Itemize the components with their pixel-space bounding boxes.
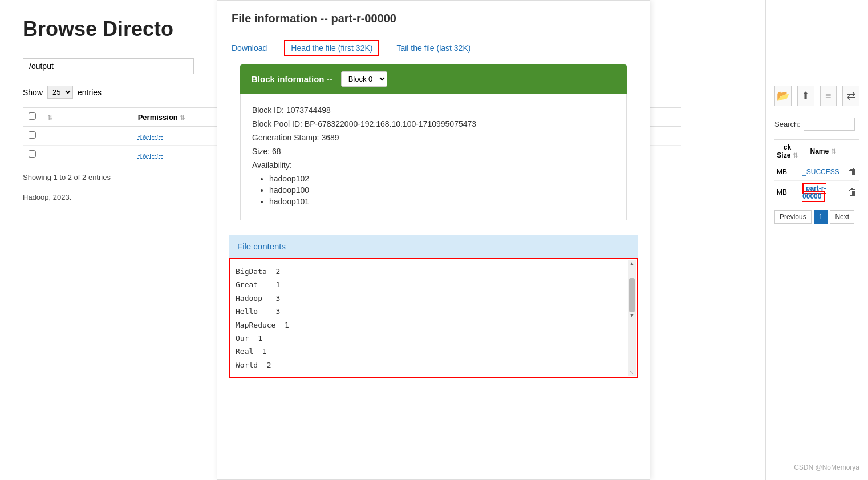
modal-title: File information -- part-r-00000 [217,1,650,31]
block-info-body: Block ID: 1073744498 Block Pool ID: BP-6… [240,94,627,220]
size: Size: 68 [252,147,615,156]
entries-select[interactable]: 25 [47,86,73,99]
file-link-part[interactable]: part-r-00000 [802,183,826,202]
row-checkbox-1[interactable] [29,131,36,139]
block-size-header: ck Size ⇅ [774,140,800,163]
download-link[interactable]: Download [232,43,267,53]
folder-open-icon[interactable]: 📂 [774,86,792,106]
scroll-down-arrow[interactable]: ▼ [629,312,635,318]
block-size-cell-2: MB [774,181,800,204]
previous-button[interactable]: Previous [774,210,812,224]
select-all-checkbox[interactable] [29,112,36,120]
file-contents-text: BigData 2 Great 1 Hadoop 3 Hello 3 MapRe… [236,265,631,372]
permission-link-1[interactable]: -rw-r--r-- [138,132,164,140]
modal-actions: Download Head the file (first 32K) Tail … [217,31,650,64]
file-contents-body: BigData 2 Great 1 Hadoop 3 Hello 3 MapRe… [229,258,638,378]
next-button[interactable]: Next [830,210,854,224]
file-contents-section: File contents BigData 2 Great 1 Hadoop 3… [229,235,638,378]
file-contents-header: File contents [229,235,638,258]
avail-item-2: hadoop100 [269,185,615,195]
scrollbar[interactable]: ▲ ▼ [628,260,636,376]
block-info-section: Block information -- Block 0 Block ID: 1… [229,64,638,220]
sidebar-row-2: MB part-r-00000 🗑 [774,181,859,204]
block-size-sort-icon: ⇅ [793,152,798,159]
transfer-icon[interactable]: ⇄ [842,86,859,106]
scroll-up-arrow[interactable]: ▲ [629,260,635,267]
upload-icon[interactable]: ⬆ [797,86,814,106]
generation-stamp: Generation Stamp: 3689 [252,133,615,142]
block-select[interactable]: Block 0 [341,71,387,87]
search-label: Search: [774,120,800,128]
block-size-cell-1: MB [774,163,800,181]
block-id: Block ID: 1073744498 [252,106,615,115]
availability-label: Availability: [252,160,615,170]
sidebar-row-1: MB _SUCCESS 🗑 [774,163,859,181]
watermark: CSDN @NoMemorya [794,463,859,471]
block-info-label: Block information -- [252,74,332,84]
pool-id: Block Pool ID: BP-678322000-192.168.10.1… [252,119,615,128]
name-header: Name ⇅ [800,140,846,163]
avail-item-1: hadoop102 [269,174,615,183]
permission-link-2[interactable]: -rw-r--r-- [138,151,164,159]
search-input[interactable] [804,118,855,131]
right-sidebar: 📂 ⬆ ≡ ⇄ Search: ck Size ⇅ Name ⇅ MB _SUC… [765,0,868,480]
page-1-button[interactable]: 1 [814,210,828,224]
resize-handle[interactable]: ⤡ [629,369,636,376]
delete-btn-1[interactable]: 🗑 [848,167,857,177]
permission-sort-icon: ⇅ [180,114,185,121]
entries-label: entries [78,88,102,97]
list-icon[interactable]: ≡ [820,86,837,106]
path-input[interactable] [23,58,194,74]
block-info-header: Block information -- Block 0 [240,64,627,94]
scroll-thumb[interactable] [629,278,635,312]
avail-item-3: hadoop101 [269,197,615,206]
head-file-link[interactable]: Head the file (first 32K) [284,40,379,56]
tail-file-link[interactable]: Tail the file (last 32K) [396,43,470,53]
name-sort-icon: ⇅ [831,148,836,155]
pagination: Previous 1 Next [774,210,859,224]
modal: File information -- part-r-00000 Downloa… [217,0,650,480]
availability-list: hadoop102 hadoop100 hadoop101 [252,174,615,206]
sidebar-table: ck Size ⇅ Name ⇅ MB _SUCCESS 🗑 MB part-r… [774,139,859,204]
search-row: Search: [774,118,859,131]
show-label: Show [23,88,43,97]
delete-btn-2[interactable]: 🗑 [848,187,857,197]
file-link-success[interactable]: _SUCCESS [802,168,839,176]
row-checkbox-2[interactable] [29,150,36,158]
sort-icon-1: ⇅ [47,114,52,121]
sidebar-icon-group: 📂 ⬆ ≡ ⇄ [774,86,859,106]
